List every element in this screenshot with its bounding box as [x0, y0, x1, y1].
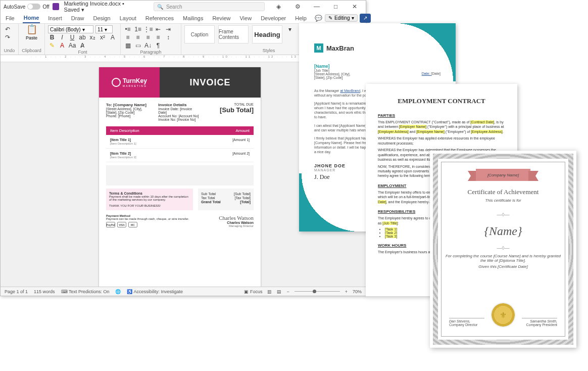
invoice-item: [Item Title 2][Item Description 2] [Amou…	[106, 149, 254, 162]
italic-icon[interactable]: I	[58, 33, 66, 41]
status-words[interactable]: 115 words	[34, 289, 55, 294]
tab-mailings[interactable]: Mailings	[182, 14, 204, 23]
font-name-select[interactable]: Calibri (Body) ▾	[48, 25, 93, 33]
font-size-select[interactable]: 11 ▾	[95, 25, 113, 33]
group-undo: ↶ ↷ Undo	[1, 24, 19, 55]
tab-view[interactable]: View	[238, 14, 253, 23]
document-page: TurnKeyMARKETING INVOICE To: [Company Na…	[99, 67, 261, 295]
redo-icon[interactable]: ↷	[4, 33, 12, 41]
highlight-icon[interactable]: ✎	[48, 41, 56, 50]
certificate-footer: Dan Stevens, Company Director ⚜ Samantha…	[445, 303, 561, 327]
tab-layout[interactable]: Layout	[119, 14, 137, 23]
invoice-signature: Charles Watson Charles Watson Managing D…	[219, 215, 254, 227]
text-effects-icon[interactable]: A	[109, 33, 117, 41]
undo-icon[interactable]: ↶	[4, 25, 12, 33]
letter-date: Date: [Date]	[422, 72, 440, 75]
show-marks-icon[interactable]: ¶	[154, 41, 162, 50]
view-print-icon[interactable]: ▥	[267, 289, 272, 294]
comments-icon[interactable]: 💬	[315, 14, 323, 22]
clear-format-icon[interactable]: A̷	[78, 41, 86, 50]
bold-icon[interactable]: B	[48, 33, 56, 41]
certificate-doc: [Company Name] Certificate of Achievemen…	[430, 151, 576, 348]
justify-icon[interactable]: ≡	[154, 33, 162, 41]
diamond-icon[interactable]: ◈	[271, 1, 287, 13]
tab-insert[interactable]: Insert	[47, 14, 63, 23]
style-frame[interactable]: Frame Contents	[218, 25, 249, 43]
autosave-toggle[interactable]: AutoSave Off	[4, 4, 50, 10]
align-center-icon[interactable]: ≡	[134, 33, 142, 41]
group-font: Calibri (Body) ▾ 11 ▾ B I U ab x₂ x² A ✎…	[45, 24, 121, 55]
change-case-icon[interactable]: Aa	[68, 41, 76, 50]
tab-developer[interactable]: Developer	[260, 14, 287, 23]
zoom-in-icon[interactable]: +	[345, 289, 348, 294]
certificate-title: Certificate of Achievement	[445, 188, 561, 196]
search-placeholder: Search	[166, 4, 182, 10]
style-caption[interactable]: Caption	[184, 25, 215, 43]
focus-mode[interactable]: ▣ Focus	[244, 289, 262, 294]
sort-icon[interactable]: A↓	[144, 41, 152, 50]
ribbon-banner: [Company Name]	[468, 169, 538, 181]
search-icon: 🔍	[157, 4, 163, 10]
increase-indent-icon[interactable]: ⇥	[164, 25, 172, 33]
shading-icon[interactable]: ▦	[124, 41, 132, 50]
tab-review[interactable]: Review	[211, 14, 231, 23]
superscript-icon[interactable]: x²	[99, 33, 107, 41]
status-language-icon[interactable]: 🌐	[115, 289, 121, 294]
search-box[interactable]: 🔍 Search	[154, 2, 265, 11]
heading-parties: PARTIES	[378, 113, 505, 118]
view-web-icon[interactable]: ▤	[277, 289, 281, 294]
gold-seal-icon: ⚜	[492, 303, 515, 327]
zoom-slider[interactable]	[295, 291, 340, 292]
maximize-button[interactable]: □	[328, 1, 344, 13]
bullets-icon[interactable]: •≡	[124, 25, 132, 33]
paste-icon[interactable]: 📋	[28, 25, 36, 33]
contract-paragraph: WHEREAS the Employer has applied extensi…	[378, 136, 505, 146]
settings-icon[interactable]: ⚙	[290, 1, 306, 13]
share-button[interactable]: ↗	[360, 14, 371, 23]
editing-mode-button[interactable]: ✎ Editing ▾	[325, 14, 358, 22]
divider-decoration: —◊—	[445, 212, 561, 217]
multilevel-icon[interactable]: ⋮≡	[144, 25, 152, 33]
document-title[interactable]: Marketing Invoice.docx • Saved ▾	[64, 1, 140, 13]
subscript-icon[interactable]: x₂	[88, 33, 96, 41]
align-left-icon[interactable]: ≡	[124, 33, 132, 41]
line-spacing-icon[interactable]: ↕	[164, 33, 172, 41]
paypal-icon: PayPal	[106, 222, 115, 227]
recipient-line: [State], [Zip Code]	[314, 76, 440, 79]
contract-title: EMPLOYMENT CONTRACT	[378, 97, 505, 105]
numbering-icon[interactable]: 1≡	[134, 25, 142, 33]
strike-icon[interactable]: ab	[78, 33, 86, 41]
invoice-details: Invoice Details Invoice Date: [Invoice D…	[158, 103, 201, 121]
status-predictions[interactable]: ⌨ Text Predictions: On	[61, 289, 110, 294]
tab-help[interactable]: Help	[294, 14, 308, 23]
style-heading[interactable]: Heading	[252, 25, 282, 43]
tab-draw[interactable]: Draw	[70, 14, 85, 23]
maxbrand-logo: M MaxBran	[314, 43, 440, 53]
zoom-level[interactable]: 70%	[353, 289, 362, 294]
mastercard-icon: MC	[128, 222, 137, 227]
title-bar: AutoSave Off Marketing Invoice.docx • Sa…	[1, 1, 366, 13]
decrease-indent-icon[interactable]: ⇤	[154, 25, 162, 33]
toggle-switch-icon[interactable]	[27, 4, 40, 10]
autosave-label: AutoSave	[4, 4, 25, 10]
certificate-line: For completing the course [Course Name] …	[445, 254, 561, 263]
font-color-icon[interactable]: A	[58, 41, 66, 50]
certificate-subtitle: This certificate is for	[445, 198, 561, 203]
align-right-icon[interactable]: ≡	[144, 33, 152, 41]
styles-more-icon[interactable]: ▾	[286, 25, 294, 33]
zoom-out-icon[interactable]: −	[286, 289, 289, 294]
tab-home[interactable]: Home	[23, 13, 40, 23]
tab-file[interactable]: File	[5, 14, 16, 23]
status-accessibility[interactable]: ♿ Accessibility: Investigate	[127, 289, 183, 294]
tab-design[interactable]: Design	[92, 14, 111, 23]
tab-references[interactable]: References	[144, 14, 175, 23]
payment-method: Payment Method Payment can be made throu…	[106, 214, 189, 227]
minimize-button[interactable]: ―	[309, 1, 325, 13]
status-pages[interactable]: Page 1 of 1	[5, 289, 28, 294]
borders-icon[interactable]: ▭	[134, 41, 142, 50]
signature-left: Dan Stevens, Company Director	[449, 318, 484, 327]
close-button[interactable]: ✕	[347, 1, 363, 13]
underline-icon[interactable]: U	[68, 33, 76, 41]
logo-square-icon: M	[314, 43, 323, 53]
invoice-item: [Item Title 1][Item Description 1] [Amou…	[106, 135, 254, 149]
